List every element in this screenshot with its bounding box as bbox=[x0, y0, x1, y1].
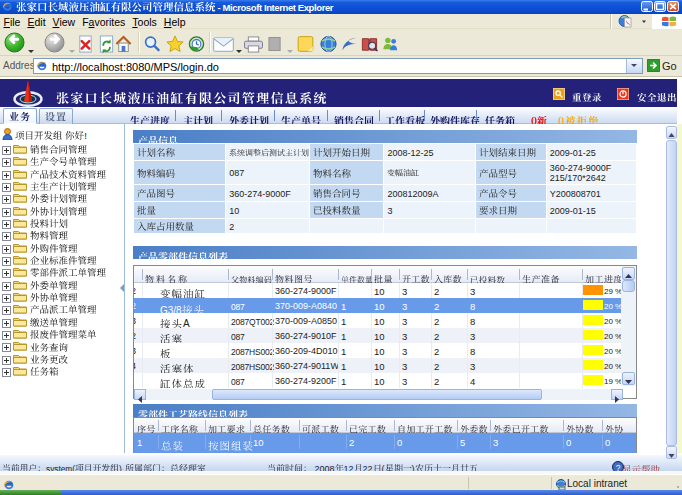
svg-text:?: ? bbox=[616, 463, 621, 472]
